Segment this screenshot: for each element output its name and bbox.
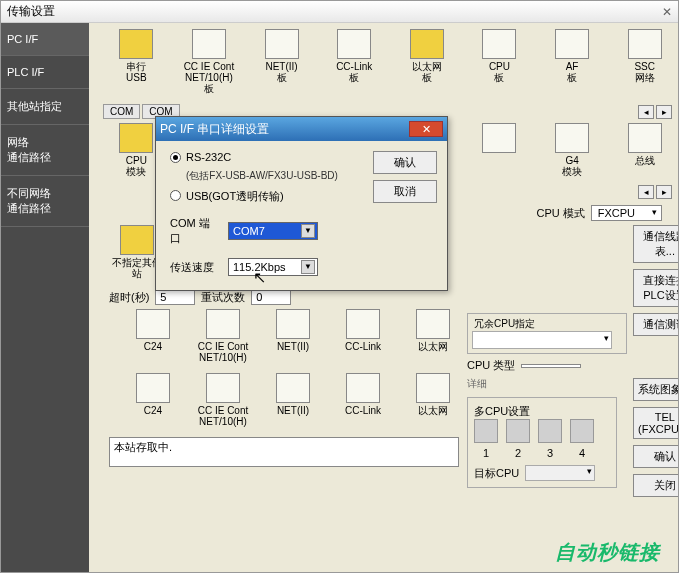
icon-serial-usb[interactable]: 串行 USB: [109, 29, 164, 94]
direct-plc-button[interactable]: 直接连接PLC设置: [633, 269, 678, 307]
cpu-type-input[interactable]: [521, 364, 581, 368]
timeout-label: 超时(秒): [109, 290, 149, 305]
content-pane: 串行 USB CC IE Cont NET/10(H)板 NET(II) 板 C…: [89, 23, 678, 572]
mc-slot-4[interactable]: [570, 419, 594, 443]
dialog-cancel-button[interactable]: 取消: [373, 180, 437, 203]
redundant-fieldset: 冗余CPU指定: [467, 313, 627, 354]
cpu-type-label: CPU 类型: [467, 358, 515, 373]
com-port-select[interactable]: COM7▼: [228, 222, 318, 240]
radio-rs232c-sub: (包括FX-USB-AW/FX3U-USB-BD): [186, 169, 363, 183]
nav-other-station[interactable]: 其他站指定: [1, 89, 89, 125]
left-nav: PC I/F PLC I/F 其他站指定 网络 通信路径 不同网络 通信路径: [1, 23, 89, 572]
route1-icons: C24 CC IE Cont NET/10(H) NET(II) CC-Link…: [127, 309, 459, 363]
system-image-button[interactable]: 系统图象...: [633, 378, 678, 401]
nav-pc-if[interactable]: PC I/F: [1, 23, 89, 56]
pcif-icon-row: 串行 USB CC IE Cont NET/10(H)板 NET(II) 板 C…: [109, 29, 672, 94]
comm-test-button[interactable]: 通信测试: [633, 313, 678, 336]
cpu-mode-label: CPU 模式: [536, 206, 584, 221]
r1-ccie[interactable]: CC IE Cont NET/10(H): [197, 309, 249, 363]
mc-slot-1[interactable]: [474, 419, 498, 443]
titlebar: 传输设置 ✕: [1, 1, 678, 23]
icon-cpu-board[interactable]: CPU 板: [472, 29, 527, 94]
speed-select[interactable]: 115.2Kbps▼: [228, 258, 318, 276]
route2-icons: C24 CC IE Cont NET/10(H) NET(II) CC-Link…: [127, 373, 459, 427]
icon-af-board[interactable]: AF 板: [545, 29, 600, 94]
icon-bus[interactable]: 总线: [617, 123, 672, 177]
comm-route-list-button[interactable]: 通信线路表...: [633, 225, 678, 263]
dialog-ok-button[interactable]: 确认: [373, 151, 437, 174]
nav-diff-network-route[interactable]: 不同网络 通信路径: [1, 176, 89, 227]
speed-label: 传送速度: [170, 260, 220, 275]
r1-c24[interactable]: C24: [127, 309, 179, 363]
radio-rs232c[interactable]: RS-232C: [170, 151, 363, 163]
status-bar: 本站存取中.: [109, 437, 459, 467]
cpu-mode-select[interactable]: FXCPU: [591, 205, 662, 221]
radio-dot-icon: [170, 190, 181, 201]
tel-fxcpu-button[interactable]: TEL (FXCPU)...: [633, 407, 678, 439]
dialog-titlebar[interactable]: PC I/F 串口详细设置 ✕: [156, 117, 447, 141]
chevron-down-icon: ▼: [301, 260, 315, 274]
multi-cpu-fieldset: 多CPU设置 1 2 3: [467, 397, 617, 488]
r2-cclink[interactable]: CC-Link: [337, 373, 389, 427]
icon-net-ii[interactable]: NET(II) 板: [254, 29, 309, 94]
r2-c24[interactable]: C24: [127, 373, 179, 427]
timeout-input[interactable]: 5: [155, 289, 195, 305]
scroll-left-icon-2[interactable]: ◂: [638, 185, 654, 199]
icon-cclink[interactable]: CC-Link 板: [327, 29, 382, 94]
window-title: 传输设置: [7, 3, 55, 20]
icon-cc-ie-cont[interactable]: CC IE Cont NET/10(H)板: [182, 29, 237, 94]
tab-com-1[interactable]: COM: [103, 104, 140, 119]
serial-detail-dialog: PC I/F 串口详细设置 ✕ RS-232C (包括FX-USB-AW/FX3…: [155, 116, 448, 291]
icon-g4-module[interactable]: G4 模块: [545, 123, 600, 177]
retry-input[interactable]: 0: [251, 289, 291, 305]
dialog-title: PC I/F 串口详细设置: [160, 121, 269, 138]
watermark: 自动秒链接: [555, 539, 660, 566]
r2-eth[interactable]: 以太网: [407, 373, 459, 427]
close-button[interactable]: 关闭: [633, 474, 678, 497]
ok-button[interactable]: 确认: [633, 445, 678, 468]
chevron-down-icon: ▼: [301, 224, 315, 238]
com-port-label: COM 端口: [170, 216, 220, 246]
target-cpu-label: 目标CPU: [474, 466, 519, 481]
r1-cclink[interactable]: CC-Link: [337, 309, 389, 363]
scroll-left-icon[interactable]: ◂: [638, 105, 654, 119]
redundant-select[interactable]: [472, 331, 612, 349]
r1-eth[interactable]: 以太网: [407, 309, 459, 363]
icon-ethernet[interactable]: 以太网 板: [400, 29, 455, 94]
icon-plc-6[interactable]: [472, 123, 527, 177]
r1-netii[interactable]: NET(II): [267, 309, 319, 363]
mc-slot-2[interactable]: [506, 419, 530, 443]
nav-network-route[interactable]: 网络 通信路径: [1, 125, 89, 176]
r2-netii[interactable]: NET(II): [267, 373, 319, 427]
close-icon[interactable]: ✕: [662, 5, 672, 19]
dialog-close-icon[interactable]: ✕: [409, 121, 443, 137]
target-cpu-select[interactable]: [525, 465, 595, 481]
r2-ccie[interactable]: CC IE Cont NET/10(H): [197, 373, 249, 427]
nav-plc-if[interactable]: PLC I/F: [1, 56, 89, 89]
retry-label: 重试次数: [201, 290, 245, 305]
mc-slot-3[interactable]: [538, 419, 562, 443]
radio-dot-icon: [170, 152, 181, 163]
scroll-right-icon-2[interactable]: ▸: [656, 185, 672, 199]
detail-label: 详细: [467, 377, 627, 391]
radio-usb-got[interactable]: USB(GOT透明传输): [170, 189, 363, 204]
scroll-right-icon[interactable]: ▸: [656, 105, 672, 119]
icon-ssc-net[interactable]: SSC 网络: [617, 29, 672, 94]
